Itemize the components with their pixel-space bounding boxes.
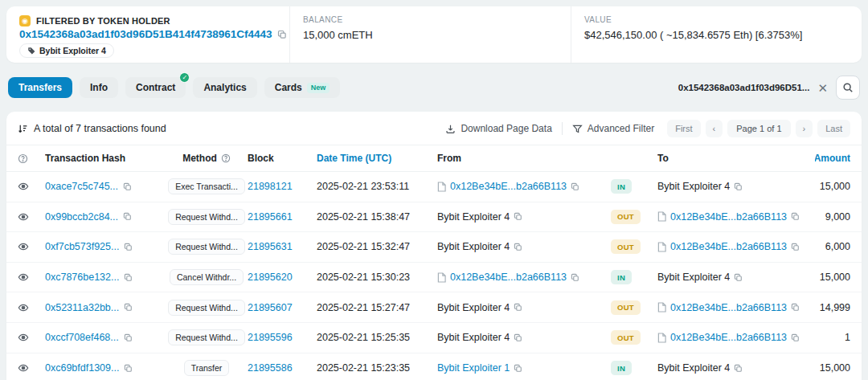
copy-icon[interactable] [514, 303, 522, 312]
block-link[interactable]: 21895607 [248, 302, 293, 313]
address-tag[interactable]: Bybit Exploiter 4 [19, 43, 114, 58]
help-circle-icon[interactable] [18, 153, 28, 164]
tx-hash-link[interactable]: 0xc69bfdf1309... [45, 362, 119, 374]
header-datetime-toggle[interactable]: Date Time (UTC) [317, 153, 437, 164]
copy-icon[interactable] [123, 182, 132, 191]
table-row: 0x52311a32bb...Request Withd...218956072… [6, 292, 862, 323]
search-input[interactable]: 0x1542368a03ad1f03d96D51... [678, 83, 810, 92]
search-button[interactable] [836, 76, 860, 100]
tab-analytics[interactable]: Analytics [193, 77, 256, 98]
eye-icon[interactable] [18, 272, 29, 283]
amount-cell: 9,000 [815, 211, 850, 223]
document-icon [657, 242, 666, 252]
copy-icon[interactable] [791, 243, 800, 251]
new-badge: New [307, 83, 330, 93]
prev-page-button[interactable]: ‹ [706, 120, 723, 137]
copy-icon[interactable] [791, 303, 800, 312]
tabs-bar: Transfers Info Contract ✓ Analytics Card… [6, 76, 862, 100]
eye-icon[interactable] [18, 332, 29, 343]
copy-icon[interactable] [734, 364, 743, 373]
to-address[interactable]: 0x12Be34bE...b2a66B113 [670, 241, 787, 252]
copy-icon[interactable] [123, 212, 132, 221]
document-icon [657, 333, 666, 343]
header-transaction-hash: Transaction Hash [45, 153, 166, 164]
method-badge: Request Withd... [168, 209, 245, 225]
eye-icon[interactable] [18, 241, 29, 252]
copy-icon[interactable] [124, 364, 133, 373]
first-page-button[interactable]: First [667, 120, 700, 137]
tx-hash-link[interactable]: 0xccf708ef468... [45, 332, 119, 343]
token-icon: ◉ [19, 15, 31, 27]
eye-icon[interactable] [18, 302, 29, 313]
method-badge: Request Withd... [168, 300, 245, 316]
advanced-filter-button[interactable]: Advanced Filter [572, 123, 654, 134]
tab-cards[interactable]: Cards New [264, 77, 341, 98]
copy-icon[interactable] [124, 273, 133, 282]
datetime-cell: 2025-02-21 15:23:35 [317, 362, 437, 374]
summary-card: ◉ FILTERED BY TOKEN HOLDER 0x1542368a03a… [6, 6, 862, 63]
table-header-row: Transaction Hash Method Block Date Time … [6, 145, 862, 172]
tx-hash-link[interactable]: 0x99bccb2c84... [45, 211, 118, 223]
direction-badge: OUT [611, 210, 641, 224]
download-page-data-button[interactable]: Download Page Data [445, 123, 551, 134]
tab-info-label: Info [90, 82, 108, 93]
copy-icon[interactable] [277, 30, 287, 39]
copy-icon[interactable] [571, 273, 579, 282]
copy-icon[interactable] [514, 243, 522, 251]
block-link[interactable]: 21895586 [248, 362, 293, 374]
copy-icon[interactable] [124, 303, 133, 312]
copy-icon[interactable] [734, 273, 743, 282]
table-row: 0xc7876be132...Cancel Withdr...218956202… [6, 263, 862, 293]
to-address[interactable]: 0x12Be34bE...b2a66B113 [670, 302, 787, 313]
amount-cell: 15,000 [815, 362, 850, 374]
from-address[interactable]: 0x12Be34bE...b2a66B113 [450, 272, 567, 283]
eye-icon[interactable] [18, 181, 29, 192]
datetime-cell: 2025-02-21 15:27:47 [317, 302, 437, 313]
copy-icon[interactable] [791, 212, 800, 221]
next-page-button[interactable]: › [796, 120, 813, 137]
value-section: VALUE $42,546,150.00 ( ~15,834.6575 Eth)… [571, 6, 862, 63]
clear-search-icon[interactable]: ✕ [817, 82, 828, 94]
datetime-cell: 2025-02-21 23:53:11 [317, 181, 437, 192]
tab-info[interactable]: Info [80, 77, 118, 98]
document-icon [657, 302, 666, 313]
to-address[interactable]: 0x12Be34bE...b2a66B113 [670, 211, 787, 223]
block-link[interactable]: 21895620 [248, 272, 293, 283]
transactions-card: A total of 7 transactions found Download… [6, 112, 862, 380]
last-page-button[interactable]: Last [817, 120, 850, 137]
copy-icon[interactable] [514, 212, 522, 221]
block-link[interactable]: 21895596 [248, 332, 293, 343]
tab-contract[interactable]: Contract ✓ [125, 77, 186, 98]
eye-icon[interactable] [18, 211, 29, 223]
copy-icon[interactable] [514, 364, 522, 373]
tx-hash-link[interactable]: 0xc7876be132... [45, 272, 119, 283]
tx-hash-link[interactable]: 0x52311a32bb... [45, 302, 119, 313]
search-icon [842, 82, 854, 93]
tab-contract-label: Contract [136, 82, 175, 93]
block-link[interactable]: 21898121 [248, 181, 293, 192]
document-icon [437, 272, 446, 283]
copy-icon[interactable] [734, 182, 743, 191]
copy-icon[interactable] [571, 182, 579, 191]
tx-hash-link[interactable]: 0xf7cb573f925... [45, 241, 119, 252]
amount-cell: 6,000 [815, 241, 850, 252]
header-amount-sort[interactable]: Amount [815, 153, 850, 164]
to-address[interactable]: 0x12Be34bE...b2a66B113 [670, 332, 787, 343]
header-from: From [437, 153, 611, 164]
copy-icon[interactable] [791, 333, 800, 342]
block-link[interactable]: 21895631 [248, 241, 293, 252]
eye-icon[interactable] [18, 362, 29, 374]
download-label: Download Page Data [461, 123, 551, 134]
table-row: 0x99bccb2c84...Request Withd...218956612… [6, 202, 862, 233]
tab-transfers[interactable]: Transfers [8, 77, 72, 98]
from-address[interactable]: Bybit Exploiter 1 [437, 362, 510, 374]
amount-cell: 15,000 [815, 272, 850, 283]
block-link[interactable]: 21895661 [248, 211, 293, 223]
copy-icon[interactable] [124, 333, 133, 342]
method-help-icon[interactable] [221, 153, 231, 163]
tx-hash-link[interactable]: 0xace7c5c745... [45, 181, 118, 192]
copy-icon[interactable] [124, 243, 133, 251]
holder-address-link[interactable]: 0x1542368a03ad1f03d96D51B414f4738961Cf44… [19, 28, 272, 40]
from-address[interactable]: 0x12Be34bE...b2a66B113 [450, 181, 567, 192]
copy-icon[interactable] [514, 333, 522, 342]
